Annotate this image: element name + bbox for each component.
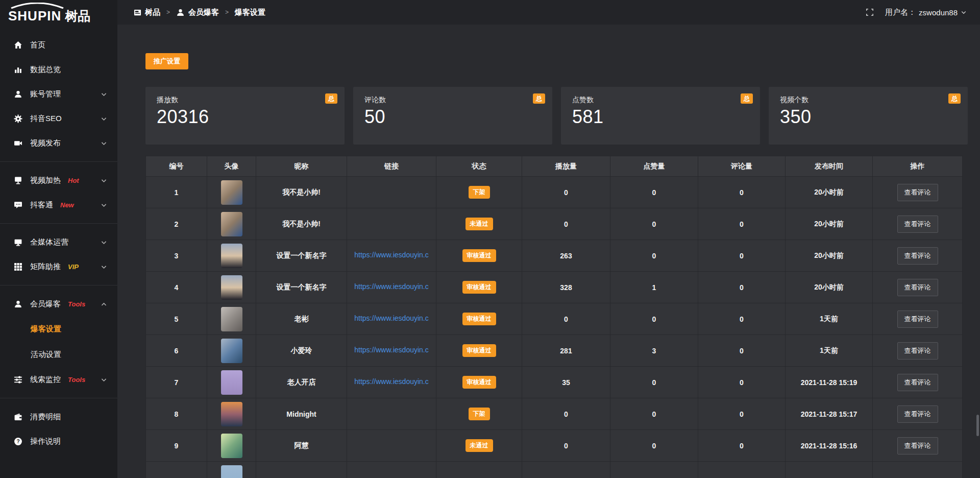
sidebar-subitem-activity-settings[interactable]: 活动设置 <box>0 342 117 367</box>
view-comments-button[interactable]: 查看评论 <box>897 184 938 201</box>
cell-nickname: 阿慧 <box>256 430 347 462</box>
video-link[interactable]: https://www.iesdouyin.c <box>354 314 429 322</box>
table-row: 3设置一个新名字https://www.iesdouyin.c审核通过26300… <box>146 240 963 272</box>
cell-action: 查看评论 <box>873 430 963 462</box>
dashboard-icon <box>134 9 141 16</box>
sidebar-item-account-management[interactable]: 账号管理 <box>0 82 117 106</box>
sidebar-item-label: 矩阵助推 <box>30 262 61 272</box>
view-comments-button[interactable]: 查看评论 <box>897 247 938 265</box>
breadcrumb: 树品>会员爆客>爆客设置 <box>134 8 265 17</box>
cell-plays: 0 <box>522 430 610 462</box>
stat-card: 视频个数总350 <box>769 87 968 145</box>
main-area: 树品>会员爆客>爆客设置 用户名：zswodun88 推广设置 播放数总2031… <box>117 0 980 478</box>
sidebar-divider <box>0 161 117 162</box>
chevron-down-icon <box>101 202 107 208</box>
fullscreen-icon[interactable] <box>866 8 874 16</box>
sidebar-item-label: 抖客通 <box>30 200 53 210</box>
cell-status: 未通过 <box>436 430 522 462</box>
table-row: 9阿慧未通过0002021-11-28 15:16查看评论 <box>146 430 963 462</box>
cell-time: 20小时前 <box>786 272 873 303</box>
cell-link: https://www.iesdouyin.c <box>347 303 436 335</box>
sidebar-divider <box>0 223 117 224</box>
video-link[interactable]: https://www.iesdouyin.c <box>354 251 429 259</box>
video-link[interactable]: https://www.iesdouyin.c <box>354 346 429 354</box>
cell-action <box>873 462 963 478</box>
cell-action: 查看评论 <box>873 208 963 240</box>
sidebar-item-all-media-operation[interactable]: 全媒体运营 <box>0 230 117 254</box>
view-comments-button[interactable]: 查看评论 <box>897 342 938 360</box>
status-badge: 审核通过 <box>462 281 496 293</box>
cell-likes <box>610 462 698 478</box>
sliders-icon <box>13 375 22 384</box>
sidebar-item-clue-monitor[interactable]: 线索监控Tools <box>0 367 117 392</box>
cell-action: 查看评论 <box>873 335 963 367</box>
view-comments-button[interactable]: 查看评论 <box>897 437 938 455</box>
sidebar-item-member-baoke[interactable]: 会员爆客Tools <box>0 292 117 316</box>
sidebar-item-home[interactable]: 首页 <box>0 33 117 57</box>
cell-number <box>146 462 207 478</box>
cell-comments: 0 <box>698 367 786 398</box>
view-comments-button[interactable]: 查看评论 <box>897 279 938 296</box>
breadcrumb-item[interactable]: 爆客设置 <box>235 8 265 17</box>
avatar <box>221 275 242 300</box>
sidebar-item-doukotong[interactable]: 抖客通New <box>0 193 117 217</box>
cell-plays <box>522 462 610 478</box>
breadcrumb-item[interactable]: 树品 <box>134 8 160 17</box>
cell-nickname: Midnight <box>256 398 347 430</box>
logo-arc-icon <box>9 3 65 9</box>
app-logo[interactable]: SHUPIN树品 <box>0 0 117 27</box>
sidebar-item-label: 数据总览 <box>30 65 61 75</box>
cell-number: 5 <box>146 303 207 335</box>
column-header: 昵称 <box>256 156 347 177</box>
sidebar-item-video-publish[interactable]: 视频发布 <box>0 131 117 155</box>
cell-likes: 0 <box>610 240 698 272</box>
cell-nickname <box>256 462 347 478</box>
user-menu[interactable]: 用户名：zswodun88 <box>885 8 967 17</box>
avatar <box>221 180 242 205</box>
column-header: 状态 <box>436 156 522 177</box>
promo-settings-button[interactable]: 推广设置 <box>145 53 188 69</box>
scrollbar-thumb[interactable] <box>976 415 979 436</box>
avatar <box>221 244 242 268</box>
cell-avatar <box>207 430 256 462</box>
video-link[interactable]: https://www.iesdouyin.c <box>354 377 429 386</box>
sidebar-item-label: 抖音SEO <box>30 114 62 124</box>
sidebar-item-data-overview[interactable]: 数据总览 <box>0 57 117 82</box>
cell-time: 2021-11-28 15:19 <box>786 367 873 398</box>
breadcrumb-item[interactable]: 会员爆客 <box>176 8 219 17</box>
cell-avatar <box>207 462 256 478</box>
monitor-icon <box>13 237 22 247</box>
cell-nickname: 我不是小帅! <box>256 177 347 208</box>
breadcrumb-label: 树品 <box>145 8 160 17</box>
cell-avatar <box>207 208 256 240</box>
view-comments-button[interactable]: 查看评论 <box>897 216 938 233</box>
stat-card-label: 点赞数 <box>572 95 749 105</box>
cell-comments: 0 <box>698 177 786 208</box>
table-row: 2我不是小帅!未通过00020小时前查看评论 <box>146 208 963 240</box>
stat-card-value: 20316 <box>157 106 333 128</box>
stat-card-value: 350 <box>780 106 957 128</box>
sidebar-item-operation-guide[interactable]: ?操作说明 <box>0 429 117 453</box>
view-comments-button[interactable]: 查看评论 <box>897 310 938 328</box>
svg-text:?: ? <box>16 439 19 444</box>
video-link[interactable]: https://www.iesdouyin.c <box>354 282 429 291</box>
sidebar-item-label: 线索监控 <box>30 375 61 385</box>
stat-card-label: 视频个数 <box>780 95 957 105</box>
cell-likes: 0 <box>610 177 698 208</box>
cell-likes: 3 <box>610 335 698 367</box>
cell-comments: 0 <box>698 208 786 240</box>
cell-comments: 0 <box>698 335 786 367</box>
sidebar-item-tag: Tools <box>68 376 85 384</box>
sidebar-item-douyin-seo[interactable]: 抖音SEO <box>0 106 117 131</box>
view-comments-button[interactable]: 查看评论 <box>897 374 938 391</box>
view-comments-button[interactable]: 查看评论 <box>897 405 938 423</box>
cell-link: https://www.iesdouyin.c <box>347 367 436 398</box>
cell-number: 4 <box>146 272 207 303</box>
sidebar-item-consumption-detail[interactable]: 消费明细 <box>0 404 117 429</box>
logo-text-cn: 树品 <box>65 9 90 23</box>
sidebar-subitem-baoke-settings[interactable]: 爆客设置 <box>0 316 117 342</box>
sidebar-item-video-heat[interactable]: 视频加热Hot <box>0 168 117 193</box>
cell-nickname: 设置一个新名字 <box>256 240 347 272</box>
sidebar-item-label: 视频发布 <box>30 138 61 148</box>
sidebar-item-matrix-boost[interactable]: 矩阵助推VIP <box>0 254 117 279</box>
